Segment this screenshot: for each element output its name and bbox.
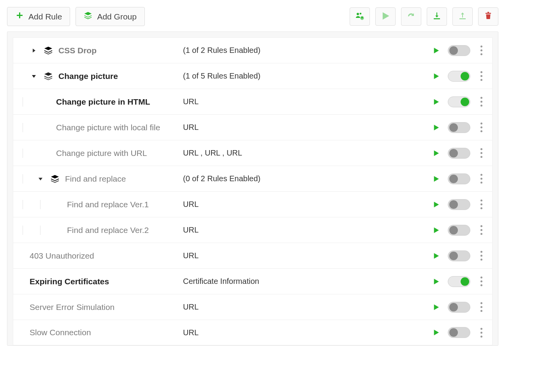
rule-info: URL , URL , URL	[181, 149, 431, 158]
kebab-menu-icon[interactable]	[477, 328, 485, 338]
rule-row-403[interactable]: 403 Unauthorized URL	[13, 243, 493, 268]
rule-title: Find and replace Ver.1	[67, 200, 149, 209]
add-group-label: Add Group	[97, 12, 137, 21]
enable-toggle[interactable]	[448, 302, 470, 313]
enable-toggle[interactable]	[448, 199, 470, 210]
rule-row-server-error[interactable]: Server Error Simulation URL	[13, 294, 493, 320]
layers-icon	[43, 72, 54, 80]
share-rules-button[interactable]	[350, 7, 370, 26]
toolbar: Add Rule Add Group	[7, 7, 498, 26]
enable-toggle[interactable]	[448, 276, 470, 287]
kebab-menu-icon[interactable]	[477, 71, 485, 81]
run-button[interactable]	[431, 123, 441, 132]
run-button[interactable]	[431, 46, 441, 55]
run-button[interactable]	[431, 277, 441, 286]
group-summary: (0 of 2 Rules Enabled)	[181, 174, 431, 183]
rule-info: Certificate Information	[181, 277, 431, 286]
rule-info: URL	[181, 97, 431, 106]
kebab-menu-icon[interactable]	[477, 174, 485, 184]
kebab-menu-icon[interactable]	[477, 97, 485, 107]
delete-button[interactable]	[478, 7, 498, 26]
layers-icon	[43, 46, 54, 55]
users-cog-icon	[355, 11, 364, 22]
kebab-menu-icon[interactable]	[477, 276, 485, 286]
run-button[interactable]	[431, 97, 441, 107]
group-summary: (1 of 2 Rules Enabled)	[181, 46, 431, 55]
rule-title: 403 Unauthorized	[30, 251, 94, 261]
group-row-find-replace[interactable]: Find and replace (0 of 2 Rules Enabled)	[13, 166, 493, 191]
trash-icon	[484, 11, 493, 22]
kebab-menu-icon[interactable]	[477, 148, 485, 158]
rule-info: URL	[181, 303, 431, 312]
download-icon	[432, 11, 442, 22]
enable-toggle[interactable]	[448, 45, 470, 56]
run-button[interactable]	[431, 251, 441, 261]
group-summary: (1 of 5 Rules Enabled)	[181, 72, 431, 80]
enable-toggle[interactable]	[448, 225, 470, 236]
rule-row-change-html[interactable]: Change picture in HTML URL	[13, 89, 493, 114]
rule-title: Expiring Certificates	[30, 277, 109, 286]
rule-info: URL	[181, 251, 431, 260]
rule-info: URL	[181, 123, 431, 132]
enable-toggle[interactable]	[448, 173, 470, 184]
enable-toggle[interactable]	[448, 327, 470, 338]
group-title: Find and replace	[65, 174, 126, 184]
run-button[interactable]	[431, 149, 441, 158]
chevron-right-icon[interactable]	[30, 48, 38, 53]
chevron-down-icon[interactable]	[36, 177, 45, 181]
redo-icon	[406, 11, 416, 22]
run-button[interactable]	[431, 226, 441, 235]
rule-title: Change picture with URL	[56, 149, 147, 158]
kebab-menu-icon[interactable]	[477, 302, 485, 312]
upload-icon	[458, 11, 467, 22]
run-button[interactable]	[431, 303, 441, 312]
kebab-menu-icon[interactable]	[477, 251, 485, 261]
run-button[interactable]	[431, 328, 441, 337]
redo-button[interactable]	[401, 7, 421, 26]
group-title: CSS Drop	[58, 46, 97, 55]
run-all-button[interactable]	[375, 7, 396, 26]
rule-title: Slow Connection	[30, 328, 91, 337]
rule-info: URL	[181, 226, 431, 234]
enable-toggle[interactable]	[448, 71, 470, 82]
rule-row-slow-connection[interactable]: Slow Connection URL	[13, 320, 493, 345]
rule-title: Change picture in HTML	[56, 97, 150, 107]
rule-row-change-local[interactable]: Change picture with local file URL	[13, 114, 493, 140]
add-rule-button[interactable]: Add Rule	[7, 7, 70, 26]
rule-title: Find and replace Ver.2	[67, 226, 149, 235]
add-group-button[interactable]: Add Group	[76, 7, 145, 26]
enable-toggle[interactable]	[448, 148, 470, 159]
rule-title: Change picture with local file	[56, 123, 160, 132]
group-row-change-picture[interactable]: Change picture (1 of 5 Rules Enabled)	[13, 63, 493, 89]
add-rule-label: Add Rule	[28, 12, 62, 21]
rule-row-expiring-certs[interactable]: Expiring Certificates Certificate Inform…	[13, 268, 493, 294]
group-row-css-drop[interactable]: CSS Drop (1 of 2 Rules Enabled)	[13, 37, 493, 63]
layers-icon	[49, 175, 60, 183]
chevron-down-icon[interactable]	[30, 74, 38, 79]
enable-toggle[interactable]	[448, 250, 470, 261]
kebab-menu-icon[interactable]	[477, 122, 485, 132]
rules-panel: CSS Drop (1 of 2 Rules Enabled) Change p…	[7, 32, 498, 346]
enable-toggle[interactable]	[448, 96, 470, 107]
rule-info: URL	[181, 328, 431, 337]
play-icon	[381, 11, 390, 22]
layers-plus-icon	[84, 11, 92, 22]
enable-toggle[interactable]	[448, 122, 470, 133]
plus-icon	[15, 11, 24, 22]
export-button[interactable]	[452, 7, 473, 26]
rule-info: URL	[181, 200, 431, 209]
group-title: Change picture	[58, 72, 118, 81]
import-button[interactable]	[427, 7, 447, 26]
rule-row-fr-v2[interactable]: Find and replace Ver.2 URL	[13, 217, 493, 243]
rule-row-change-url[interactable]: Change picture with URL URL , URL , URL	[13, 140, 493, 166]
kebab-menu-icon[interactable]	[477, 46, 485, 55]
run-button[interactable]	[431, 174, 441, 184]
kebab-menu-icon[interactable]	[477, 200, 485, 209]
run-button[interactable]	[431, 72, 441, 81]
rule-row-fr-v1[interactable]: Find and replace Ver.1 URL	[13, 191, 493, 217]
rule-title: Server Error Simulation	[30, 303, 114, 312]
run-button[interactable]	[431, 200, 441, 209]
kebab-menu-icon[interactable]	[477, 225, 485, 235]
